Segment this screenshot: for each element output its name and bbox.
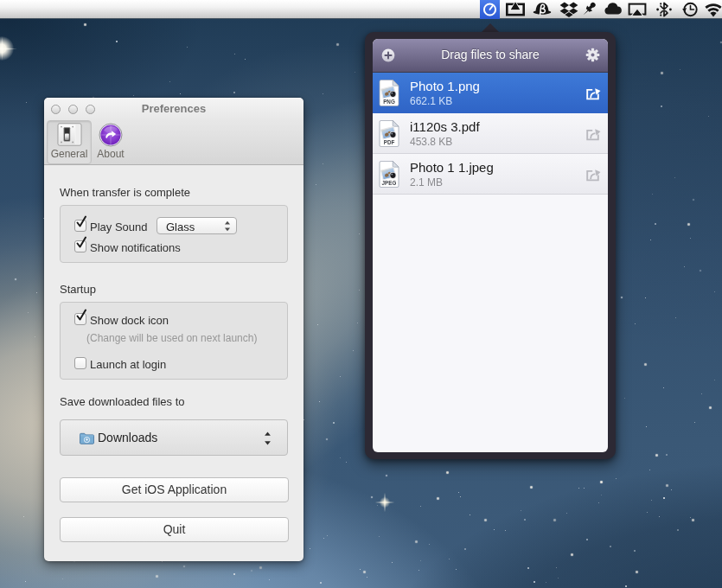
svg-text:PNG: PNG [383, 99, 395, 105]
svg-text:PDF: PDF [384, 139, 395, 145]
svg-text:JPEG: JPEG [382, 180, 397, 186]
